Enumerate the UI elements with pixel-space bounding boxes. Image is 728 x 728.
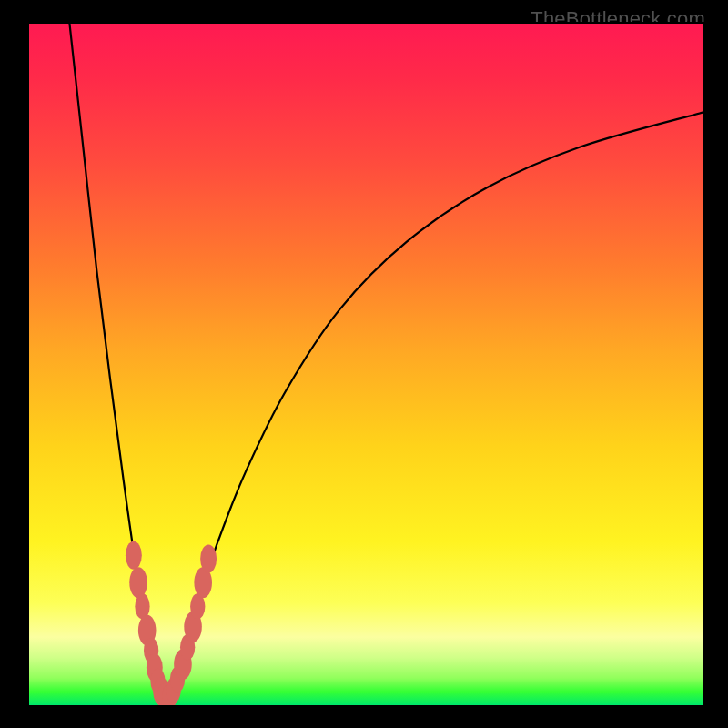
curve-right-branch: [164, 112, 703, 705]
chart-gradient-background: [29, 24, 703, 705]
data-point-marker: [129, 567, 147, 598]
data-point-marker: [126, 541, 142, 570]
curve-left-branch: [69, 24, 164, 705]
chart-svg: [29, 24, 703, 705]
chart-frame: [27, 22, 705, 707]
data-point-markers: [126, 541, 217, 705]
data-point-marker: [200, 544, 217, 572]
